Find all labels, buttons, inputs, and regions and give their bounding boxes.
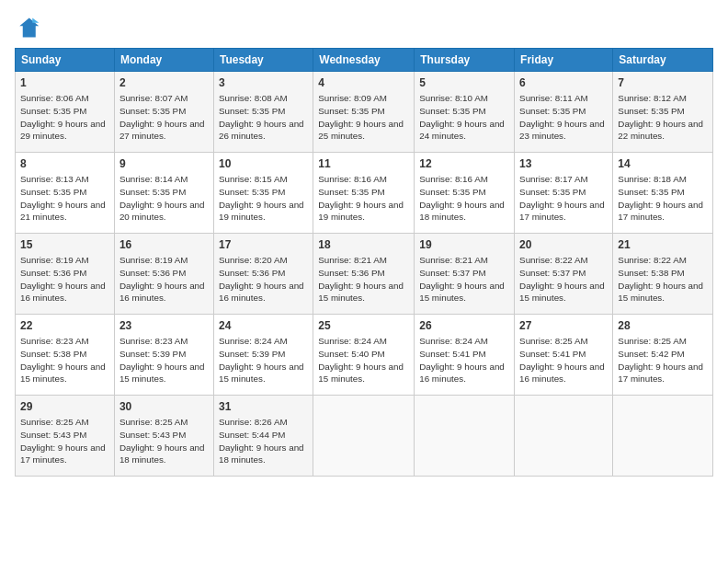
logo bbox=[15, 15, 44, 40]
day-number: 2 bbox=[119, 75, 209, 90]
day-number: 19 bbox=[419, 237, 509, 252]
calendar-cell: 28Sunrise: 8:25 AMSunset: 5:42 PMDayligh… bbox=[613, 315, 713, 396]
calendar-cell: 7Sunrise: 8:12 AMSunset: 5:35 PMDaylight… bbox=[613, 72, 713, 153]
day-number: 8 bbox=[20, 156, 109, 171]
calendar-cell bbox=[613, 396, 713, 477]
day-number: 23 bbox=[119, 318, 209, 333]
calendar-cell: 25Sunrise: 8:24 AMSunset: 5:40 PMDayligh… bbox=[313, 315, 415, 396]
calendar-cell: 4Sunrise: 8:09 AMSunset: 5:35 PMDaylight… bbox=[313, 72, 415, 153]
day-info: Sunrise: 8:06 AMSunset: 5:35 PMDaylight:… bbox=[20, 92, 109, 143]
calendar-cell: 23Sunrise: 8:23 AMSunset: 5:39 PMDayligh… bbox=[114, 315, 213, 396]
calendar-cell: 12Sunrise: 8:16 AMSunset: 5:35 PMDayligh… bbox=[415, 153, 515, 234]
day-number: 30 bbox=[119, 399, 209, 414]
day-info: Sunrise: 8:08 AMSunset: 5:35 PMDaylight:… bbox=[219, 92, 308, 143]
col-header-thursday: Thursday bbox=[415, 49, 515, 72]
calendar-week-4: 22Sunrise: 8:23 AMSunset: 5:38 PMDayligh… bbox=[16, 315, 713, 396]
day-number: 20 bbox=[519, 237, 608, 252]
day-number: 14 bbox=[618, 156, 708, 171]
day-info: Sunrise: 8:20 AMSunset: 5:36 PMDaylight:… bbox=[219, 254, 308, 304]
calendar-cell: 18Sunrise: 8:21 AMSunset: 5:36 PMDayligh… bbox=[313, 234, 415, 315]
day-info: Sunrise: 8:19 AMSunset: 5:36 PMDaylight:… bbox=[20, 254, 109, 304]
calendar-cell: 16Sunrise: 8:19 AMSunset: 5:36 PMDayligh… bbox=[114, 234, 213, 315]
calendar-week-1: 1Sunrise: 8:06 AMSunset: 5:35 PMDaylight… bbox=[16, 72, 713, 153]
calendar-cell: 29Sunrise: 8:25 AMSunset: 5:43 PMDayligh… bbox=[16, 396, 115, 477]
svg-marker-1 bbox=[32, 18, 39, 23]
calendar-cell: 9Sunrise: 8:14 AMSunset: 5:35 PMDaylight… bbox=[114, 153, 213, 234]
calendar-cell: 14Sunrise: 8:18 AMSunset: 5:35 PMDayligh… bbox=[613, 153, 713, 234]
calendar-cell: 1Sunrise: 8:06 AMSunset: 5:35 PMDaylight… bbox=[16, 72, 115, 153]
calendar-week-3: 15Sunrise: 8:19 AMSunset: 5:36 PMDayligh… bbox=[16, 234, 713, 315]
day-number: 24 bbox=[219, 318, 308, 333]
calendar-cell: 5Sunrise: 8:10 AMSunset: 5:35 PMDaylight… bbox=[415, 72, 515, 153]
day-number: 6 bbox=[519, 75, 608, 90]
day-number: 11 bbox=[318, 156, 409, 171]
calendar-cell: 2Sunrise: 8:07 AMSunset: 5:35 PMDaylight… bbox=[114, 72, 213, 153]
calendar-week-2: 8Sunrise: 8:13 AMSunset: 5:35 PMDaylight… bbox=[16, 153, 713, 234]
day-number: 22 bbox=[20, 318, 109, 333]
day-info: Sunrise: 8:25 AMSunset: 5:42 PMDaylight:… bbox=[618, 335, 708, 385]
day-number: 15 bbox=[20, 237, 109, 252]
day-number: 12 bbox=[419, 156, 509, 171]
day-info: Sunrise: 8:15 AMSunset: 5:35 PMDaylight:… bbox=[219, 173, 308, 224]
day-info: Sunrise: 8:16 AMSunset: 5:35 PMDaylight:… bbox=[318, 173, 409, 224]
day-number: 17 bbox=[219, 237, 308, 252]
calendar-cell bbox=[313, 396, 415, 477]
day-info: Sunrise: 8:21 AMSunset: 5:37 PMDaylight:… bbox=[419, 254, 509, 304]
day-number: 28 bbox=[618, 318, 708, 333]
day-info: Sunrise: 8:09 AMSunset: 5:35 PMDaylight:… bbox=[318, 92, 409, 143]
header bbox=[15, 15, 713, 40]
day-info: Sunrise: 8:12 AMSunset: 5:35 PMDaylight:… bbox=[618, 92, 708, 143]
calendar-cell: 10Sunrise: 8:15 AMSunset: 5:35 PMDayligh… bbox=[213, 153, 313, 234]
col-header-monday: Monday bbox=[114, 49, 213, 72]
calendar-cell bbox=[415, 396, 515, 477]
calendar-table: SundayMondayTuesdayWednesdayThursdayFrid… bbox=[15, 48, 713, 477]
day-number: 7 bbox=[618, 75, 708, 90]
day-info: Sunrise: 8:19 AMSunset: 5:36 PMDaylight:… bbox=[119, 254, 209, 304]
day-number: 9 bbox=[119, 156, 209, 171]
day-info: Sunrise: 8:24 AMSunset: 5:40 PMDaylight:… bbox=[318, 335, 409, 385]
col-header-sunday: Sunday bbox=[16, 49, 115, 72]
day-number: 27 bbox=[519, 318, 608, 333]
day-info: Sunrise: 8:07 AMSunset: 5:35 PMDaylight:… bbox=[119, 92, 209, 143]
day-info: Sunrise: 8:11 AMSunset: 5:35 PMDaylight:… bbox=[519, 92, 608, 143]
day-number: 25 bbox=[318, 318, 409, 333]
day-info: Sunrise: 8:24 AMSunset: 5:39 PMDaylight:… bbox=[219, 335, 308, 385]
day-number: 13 bbox=[519, 156, 608, 171]
col-header-saturday: Saturday bbox=[613, 49, 713, 72]
day-number: 1 bbox=[20, 75, 109, 90]
calendar-cell: 3Sunrise: 8:08 AMSunset: 5:35 PMDaylight… bbox=[213, 72, 313, 153]
day-info: Sunrise: 8:14 AMSunset: 5:35 PMDaylight:… bbox=[119, 173, 209, 224]
col-header-tuesday: Tuesday bbox=[213, 49, 313, 72]
day-number: 21 bbox=[618, 237, 708, 252]
calendar-cell: 8Sunrise: 8:13 AMSunset: 5:35 PMDaylight… bbox=[16, 153, 115, 234]
day-info: Sunrise: 8:22 AMSunset: 5:38 PMDaylight:… bbox=[618, 254, 708, 304]
calendar-cell: 20Sunrise: 8:22 AMSunset: 5:37 PMDayligh… bbox=[515, 234, 613, 315]
day-info: Sunrise: 8:25 AMSunset: 5:41 PMDaylight:… bbox=[519, 335, 608, 385]
calendar-cell: 30Sunrise: 8:25 AMSunset: 5:43 PMDayligh… bbox=[114, 396, 213, 477]
calendar-cell: 11Sunrise: 8:16 AMSunset: 5:35 PMDayligh… bbox=[313, 153, 415, 234]
day-info: Sunrise: 8:13 AMSunset: 5:35 PMDaylight:… bbox=[20, 173, 109, 224]
day-number: 10 bbox=[219, 156, 308, 171]
day-info: Sunrise: 8:23 AMSunset: 5:38 PMDaylight:… bbox=[20, 335, 109, 385]
calendar-cell bbox=[515, 396, 613, 477]
day-number: 4 bbox=[318, 75, 409, 90]
day-info: Sunrise: 8:26 AMSunset: 5:44 PMDaylight:… bbox=[219, 416, 308, 466]
day-number: 26 bbox=[419, 318, 509, 333]
calendar-week-5: 29Sunrise: 8:25 AMSunset: 5:43 PMDayligh… bbox=[16, 396, 713, 477]
calendar-cell: 6Sunrise: 8:11 AMSunset: 5:35 PMDaylight… bbox=[515, 72, 613, 153]
day-info: Sunrise: 8:10 AMSunset: 5:35 PMDaylight:… bbox=[419, 92, 509, 143]
calendar-cell: 19Sunrise: 8:21 AMSunset: 5:37 PMDayligh… bbox=[415, 234, 515, 315]
day-info: Sunrise: 8:23 AMSunset: 5:39 PMDaylight:… bbox=[119, 335, 209, 385]
day-number: 18 bbox=[318, 237, 409, 252]
day-info: Sunrise: 8:22 AMSunset: 5:37 PMDaylight:… bbox=[519, 254, 608, 304]
page: SundayMondayTuesdayWednesdayThursdayFrid… bbox=[0, 0, 728, 563]
calendar-cell: 27Sunrise: 8:25 AMSunset: 5:41 PMDayligh… bbox=[515, 315, 613, 396]
day-info: Sunrise: 8:18 AMSunset: 5:35 PMDaylight:… bbox=[618, 173, 708, 224]
day-number: 3 bbox=[219, 75, 308, 90]
day-info: Sunrise: 8:24 AMSunset: 5:41 PMDaylight:… bbox=[419, 335, 509, 385]
col-header-wednesday: Wednesday bbox=[313, 49, 415, 72]
calendar-cell: 24Sunrise: 8:24 AMSunset: 5:39 PMDayligh… bbox=[213, 315, 313, 396]
day-number: 31 bbox=[219, 399, 308, 414]
logo-icon bbox=[15, 15, 40, 40]
calendar-header-row: SundayMondayTuesdayWednesdayThursdayFrid… bbox=[16, 49, 713, 72]
